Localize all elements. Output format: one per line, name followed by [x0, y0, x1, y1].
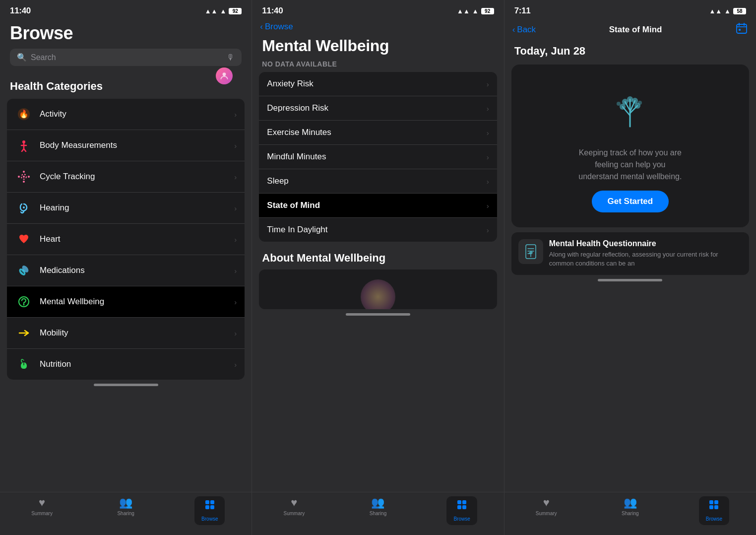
- home-indicator-2: [346, 313, 410, 316]
- wifi-icon-1: ▲: [220, 7, 226, 15]
- tab-sharing-3[interactable]: 👥 Sharing: [588, 496, 672, 525]
- exercise-label: Exercise Minutes: [267, 128, 331, 137]
- back-button-3[interactable]: ‹ Back: [512, 25, 536, 35]
- mobility-chevron: ›: [234, 329, 237, 337]
- svg-rect-28: [462, 505, 466, 509]
- svg-rect-56: [714, 500, 718, 504]
- browse-title: Browse: [10, 23, 242, 44]
- tab-browse-3[interactable]: Browse: [672, 496, 756, 525]
- battery-3: 58: [733, 8, 746, 14]
- illustration-area: Keeping track of how you are feeling can…: [516, 69, 744, 222]
- status-bar-3: 7:11 ▲▲ ▲ 58: [504, 0, 756, 19]
- cycle-chevron: ›: [234, 173, 237, 181]
- svg-rect-22: [210, 500, 214, 504]
- category-item-activity[interactable]: 🔥 Activity ›: [7, 99, 245, 130]
- svg-point-45: [617, 102, 621, 106]
- summary-label-2: Summary: [283, 511, 305, 516]
- summary-icon-2: ♥: [291, 496, 297, 509]
- tab-bar-3: ♥ Summary 👥 Sharing: [504, 492, 756, 535]
- wellbeing-item-depression[interactable]: Depression Risk ›: [259, 96, 497, 121]
- mobility-icon: [15, 324, 33, 342]
- svg-rect-25: [457, 500, 461, 504]
- mindful-label: Mindful Minutes: [267, 152, 326, 162]
- back-label-3: Back: [517, 25, 536, 35]
- medications-label: Medications: [40, 266, 234, 275]
- browse-icon-3: [706, 499, 722, 514]
- get-started-button[interactable]: Get Started: [592, 191, 669, 212]
- tab-summary-3[interactable]: ♥ Summary: [504, 496, 588, 525]
- wellbeing-item-anxiety[interactable]: Anxiety Risk ›: [259, 72, 497, 96]
- categories-list: 🔥 Activity › Body Measurements ›: [7, 99, 245, 380]
- tab-bar-1: ♥ Summary 👥 Sharing: [0, 492, 252, 535]
- about-section: About Mental Wellbeing: [252, 252, 504, 309]
- about-blur-circle: [361, 279, 395, 309]
- home-indicator-3: [598, 279, 662, 281]
- about-content: [259, 269, 497, 309]
- mic-icon: 🎙: [227, 53, 235, 62]
- hearing-icon: [15, 199, 33, 217]
- summary-icon-1: ♥: [39, 496, 45, 509]
- questionnaire-text: Mental Health Questionnaire Along with r…: [549, 239, 742, 268]
- svg-point-10: [23, 171, 25, 173]
- hearing-chevron: ›: [234, 204, 237, 212]
- sharing-icon-1: 👥: [119, 496, 132, 509]
- nutrition-chevron: ›: [234, 360, 237, 369]
- search-bar[interactable]: 🔍 Search 🎙: [10, 49, 242, 66]
- wellbeing-item-exercise[interactable]: Exercise Minutes ›: [259, 121, 497, 145]
- svg-rect-24: [210, 505, 214, 509]
- wellbeing-item-daylight[interactable]: Time In Daylight ›: [259, 218, 497, 242]
- tab-browse-1[interactable]: Browse: [168, 496, 252, 525]
- mental-icon: [15, 293, 33, 311]
- tab-sharing-2[interactable]: 👥 Sharing: [336, 496, 420, 525]
- category-item-mental[interactable]: Mental Wellbeing ›: [7, 286, 245, 318]
- status-time-1: 11:40: [10, 6, 31, 16]
- category-item-medications[interactable]: Medications ›: [7, 255, 245, 286]
- category-item-nutrition[interactable]: Nutrition ›: [7, 349, 245, 380]
- svg-point-46: [638, 101, 642, 105]
- status-icons-2: ▲▲ ▲ 92: [457, 7, 494, 15]
- svg-point-54: [530, 251, 532, 253]
- svg-text:🔥: 🔥: [19, 109, 29, 119]
- tab-sharing-1[interactable]: 👥 Sharing: [84, 496, 168, 525]
- exercise-chevron: ›: [487, 129, 489, 137]
- back-browse-button[interactable]: ‹ Browse: [260, 22, 293, 32]
- svg-line-7: [24, 149, 26, 151]
- tab-summary-1[interactable]: ♥ Summary: [0, 496, 84, 525]
- category-item-cycle[interactable]: Cycle Tracking ›: [7, 161, 245, 193]
- tab-browse-2[interactable]: Browse: [420, 496, 504, 525]
- sharing-label-1: Sharing: [117, 511, 134, 516]
- search-placeholder: Search: [31, 53, 56, 62]
- cycle-icon: [15, 168, 33, 186]
- wellbeing-item-mindful[interactable]: Mindful Minutes ›: [259, 145, 497, 169]
- body-icon: [15, 136, 33, 154]
- category-item-mobility[interactable]: Mobility ›: [7, 318, 245, 349]
- wellbeing-item-sleep[interactable]: Sleep ›: [259, 169, 497, 194]
- svg-rect-27: [457, 505, 461, 509]
- health-categories-title: Health Categories: [0, 80, 252, 93]
- activity-icon: 🔥: [15, 105, 33, 123]
- category-item-body[interactable]: Body Measurements ›: [7, 130, 245, 161]
- questionnaire-card[interactable]: Mental Health Questionnaire Along with r…: [511, 232, 749, 275]
- panel1-header: Browse 🔍 Search 🎙: [0, 19, 252, 80]
- panel3-nav: ‹ Back State of Mind: [504, 19, 756, 40]
- status-bar-1: 11:40 ▲▲ ▲ 92: [0, 0, 252, 19]
- wellbeing-item-stateofmind[interactable]: State of Mind ›: [259, 194, 497, 218]
- browse-label-3: Browse: [706, 516, 722, 522]
- category-item-hearing[interactable]: Hearing ›: [7, 193, 245, 224]
- questionnaire-icon: [518, 239, 543, 264]
- wifi-icon-2: ▲: [472, 7, 479, 15]
- calendar-icon[interactable]: [735, 22, 748, 38]
- no-data-label: No Data Available: [252, 60, 504, 72]
- mind-description: Keeping track of how you are feeling can…: [575, 147, 685, 183]
- medications-icon: [15, 262, 33, 279]
- signal-icon-2: ▲▲: [457, 7, 470, 15]
- status-icons-1: ▲▲ ▲ 92: [205, 7, 242, 15]
- category-item-heart[interactable]: Heart ›: [7, 224, 245, 255]
- tab-summary-2[interactable]: ♥ Summary: [252, 496, 336, 525]
- svg-rect-55: [709, 500, 713, 504]
- mental-wellbeing-title: Mental Wellbeing: [252, 34, 504, 60]
- panel3-title: State of Mind: [536, 25, 735, 35]
- svg-point-44: [627, 96, 633, 102]
- tab-bar-2: ♥ Summary 👥 Sharing: [252, 492, 504, 535]
- stateofmind-chevron: ›: [487, 201, 489, 210]
